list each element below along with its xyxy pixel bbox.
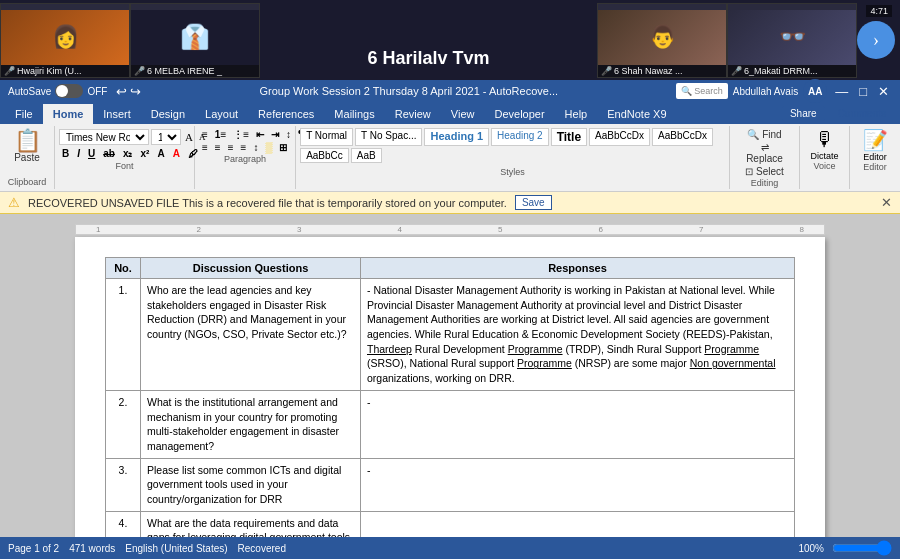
line-spacing-btn[interactable]: ↕ <box>250 141 261 154</box>
voice-group-label: Voice <box>813 161 835 171</box>
avatar-1: 👩 <box>1 10 129 65</box>
paste-icon: 📋 <box>14 130 41 152</box>
row-2-no: 2. <box>106 390 141 458</box>
editing-group-label: Editing <box>738 178 791 188</box>
video-bar: 👩 🎤 Hwajiri Kim (U... 👔 🎤 6 MELBA IRENE … <box>0 0 900 80</box>
ribbon-content: 📋 Paste Clipboard Times New Rom 11 A A B… <box>0 124 900 192</box>
font-name-select[interactable]: Times New Rom <box>59 129 149 145</box>
bold-btn[interactable]: B <box>59 147 72 160</box>
style-aabbccdx2[interactable]: AaBbCcDx <box>652 128 713 146</box>
style-aabbccdx1[interactable]: AaBbCcDx <box>589 128 650 146</box>
word-app: AutoSave OFF ↩ ↪ Group Work Session 2 Th… <box>0 80 900 559</box>
tab-view[interactable]: View <box>441 104 485 124</box>
next-participant-button[interactable]: › <box>857 21 895 59</box>
col-header-questions: Discussion Questions <box>141 258 361 279</box>
row-1-no: 1. <box>106 279 141 391</box>
paste-label: Paste <box>14 152 40 163</box>
superscript-btn[interactable]: x² <box>137 147 152 160</box>
dictate-label: Dictate <box>810 151 838 161</box>
clear-format-btn[interactable]: A <box>154 147 167 160</box>
tab-file[interactable]: File <box>5 104 43 124</box>
comments-button[interactable]: Comments <box>829 105 895 122</box>
participant-label-1: 🎤 Hwajiri Kim (U... <box>1 65 129 77</box>
paste-button[interactable]: 📋 Paste <box>8 128 47 165</box>
undo-btn[interactable]: ↩ <box>116 84 127 99</box>
ruler-marks: 1 2 3 4 5 6 7 8 <box>76 225 824 234</box>
redo-btn[interactable]: ↪ <box>130 84 141 99</box>
align-center-btn[interactable]: ≡ <box>212 141 224 154</box>
tab-references[interactable]: References <box>248 104 324 124</box>
sort-btn[interactable]: ↕ <box>283 128 294 141</box>
tab-layout[interactable]: Layout <box>195 104 248 124</box>
strikethrough-btn[interactable]: ab <box>100 147 118 160</box>
bullet-list-btn[interactable]: ≡ <box>199 128 211 141</box>
autosave-label: AutoSave <box>8 86 51 97</box>
row-1-question: Who are the lead agencies and key stakeh… <box>141 279 361 391</box>
mic-icon-1: 🎤 <box>4 66 15 76</box>
tab-home[interactable]: Home <box>43 104 94 124</box>
tab-endnote[interactable]: EndNote X9 <box>597 104 676 124</box>
select-btn[interactable]: ⊡ Select <box>738 165 791 178</box>
recovered-file-bar: ⚠ RECOVERED UNSAVED FILE This is a recov… <box>0 192 900 214</box>
style-no-spacing[interactable]: T No Spac... <box>355 128 422 146</box>
numbered-list-btn[interactable]: 1≡ <box>212 128 229 141</box>
align-right-btn[interactable]: ≡ <box>225 141 237 154</box>
font-row-2: B I U ab x₂ x² A A 🖊 <box>59 147 190 160</box>
replace-btn[interactable]: ⇌ Replace <box>738 141 791 165</box>
table-row: 4. What are the data requirements and da… <box>106 511 795 537</box>
tab-developer[interactable]: Developer <box>484 104 554 124</box>
italic-btn[interactable]: I <box>74 147 83 160</box>
borders-btn[interactable]: ⊞ <box>276 141 290 154</box>
style-heading1[interactable]: Heading 1 <box>424 128 489 146</box>
subscript-btn[interactable]: x₂ <box>120 147 136 160</box>
bullet-row-1: ≡ 1≡ ⋮≡ ⇤ ⇥ ↕ ¶ <box>199 128 291 141</box>
col-header-responses: Responses <box>361 258 795 279</box>
find-btn[interactable]: 🔍 Find <box>738 128 791 141</box>
maximize-btn[interactable]: □ <box>856 84 870 99</box>
share-button[interactable]: Share <box>782 106 825 121</box>
tab-review[interactable]: Review <box>385 104 441 124</box>
multilevel-list-btn[interactable]: ⋮≡ <box>230 128 252 141</box>
justify-btn[interactable]: ≡ <box>238 141 250 154</box>
underline-btn[interactable]: U <box>85 147 98 160</box>
ribbon-tab-bar: File Home Insert Design Layout Reference… <box>0 102 900 124</box>
font-group: Times New Rom 11 A A B I U ab x₂ x² A A … <box>55 126 195 189</box>
autosave-toggle[interactable] <box>55 84 83 98</box>
meeting-title: 6 Harilalv Tvm <box>367 48 489 69</box>
minimize-btn[interactable]: — <box>832 84 851 99</box>
tab-help[interactable]: Help <box>555 104 598 124</box>
zoom-slider[interactable] <box>832 542 892 554</box>
font-size-select[interactable]: 11 <box>151 129 181 145</box>
style-aab[interactable]: AaB <box>351 148 382 163</box>
font-color-btn[interactable]: A <box>170 147 183 160</box>
recovered-status: Recovered <box>238 543 286 554</box>
row-3-response: - <box>361 458 795 511</box>
status-right: 100% <box>798 542 892 554</box>
increase-indent-btn[interactable]: ⇥ <box>268 128 282 141</box>
tab-mailings[interactable]: Mailings <box>324 104 384 124</box>
mic-icon-2: 🎤 <box>134 66 145 76</box>
autosave-area: AutoSave OFF <box>8 84 107 98</box>
recovered-message: RECOVERED UNSAVED FILE This is a recover… <box>28 197 507 209</box>
close-recovered-bar-button[interactable]: ✕ <box>881 195 892 210</box>
align-left-btn[interactable]: ≡ <box>199 141 211 154</box>
style-heading2[interactable]: Heading 2 <box>491 128 549 146</box>
grow-font-btn[interactable]: A <box>183 131 195 143</box>
close-btn[interactable]: ✕ <box>875 84 892 99</box>
user-avatar: AA <box>803 79 827 103</box>
shading-btn[interactable]: ▒ <box>262 141 275 154</box>
editing-group: 🔍 Find ⇌ Replace ⊡ Select Editing <box>730 126 800 189</box>
recovered-save-button[interactable]: Save <box>515 195 552 210</box>
tab-insert[interactable]: Insert <box>93 104 141 124</box>
participant-label-4: 🎤 6_Makati DRRM... <box>728 65 856 77</box>
avatar-2: 👔 <box>131 10 259 65</box>
video-tile-2: 👔 🎤 6 MELBA IRENE _ <box>130 3 260 78</box>
tab-design[interactable]: Design <box>141 104 195 124</box>
row-4-response <box>361 511 795 537</box>
editor-label: Editor <box>863 152 887 162</box>
row-4-question: What are the data requirements and data … <box>141 511 361 537</box>
style-aabbcc[interactable]: AaBbCc <box>300 148 349 163</box>
style-normal[interactable]: T Normal <box>300 128 353 146</box>
decrease-indent-btn[interactable]: ⇤ <box>253 128 267 141</box>
style-title[interactable]: Title <box>551 128 587 146</box>
